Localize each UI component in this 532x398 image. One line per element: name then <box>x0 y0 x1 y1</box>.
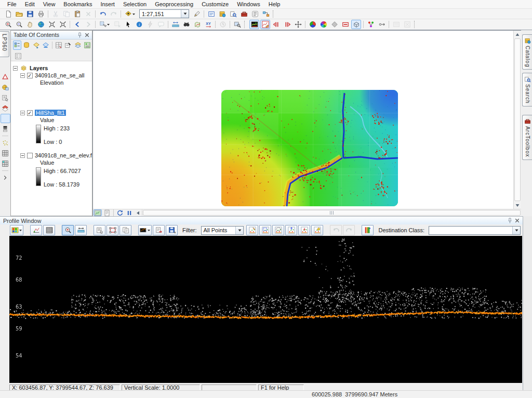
menu-geoprocessing[interactable]: Geoprocessing <box>151 1 197 8</box>
profile-plot-canvas[interactable] <box>9 236 522 383</box>
lp360-color-ramp-tool[interactable] <box>1 124 10 134</box>
pw-classify-below-tool[interactable] <box>298 225 310 235</box>
pw-zoom-tool[interactable] <box>62 225 74 235</box>
pause-drawing-button[interactable] <box>125 209 134 216</box>
menu-help[interactable]: Help <box>264 1 285 8</box>
pw-classify-above-tool[interactable] <box>285 225 297 235</box>
lp360-point-symbology-tool[interactable] <box>1 138 10 148</box>
combo-dropdown-icon[interactable] <box>235 227 243 234</box>
full-extent-button[interactable] <box>36 20 46 29</box>
pw-grid-toggle-button[interactable] <box>43 225 55 235</box>
search-tab[interactable]: Search <box>522 73 532 107</box>
find-button[interactable] <box>181 20 191 29</box>
find-route-button[interactable] <box>192 20 202 29</box>
pw-extract-button[interactable] <box>107 225 118 235</box>
menu-bookmarks[interactable]: Bookmarks <box>59 1 96 8</box>
go-to-xy-button[interactable]: XY <box>203 20 213 29</box>
lp360-active-tool[interactable] <box>1 114 10 123</box>
viewer-window-button[interactable] <box>232 20 242 29</box>
layer-name[interactable]: 34091c8_ne_se_elev.flt <box>35 152 92 158</box>
lp360-tin-tool[interactable] <box>1 72 10 82</box>
close-icon[interactable] <box>513 217 521 224</box>
add-data-button[interactable] <box>123 9 137 19</box>
expander-icon[interactable] <box>20 153 25 158</box>
refresh-view-button[interactable] <box>116 209 124 216</box>
pin-icon[interactable] <box>76 31 83 38</box>
zoom-in-tool[interactable] <box>3 20 13 29</box>
lp360-dock-tab[interactable]: LP360 <box>0 31 9 57</box>
pw-classify-brush-tool[interactable] <box>311 225 323 235</box>
scroll-left-icon[interactable] <box>134 209 142 216</box>
map-scale-combo[interactable]: 1:27,151 <box>139 9 189 18</box>
destination-class-combo[interactable] <box>429 226 521 235</box>
map-raster-canvas[interactable] <box>221 90 398 206</box>
pw-properties-button[interactable] <box>94 225 105 235</box>
pw-fit-profile-button[interactable] <box>30 225 42 235</box>
lp360-display-options-button[interactable] <box>249 20 259 29</box>
list-by-selection-button[interactable] <box>42 41 50 50</box>
layers-group-label[interactable]: Layers <box>30 65 48 71</box>
python-button[interactable] <box>250 9 260 19</box>
pw-display-options-button[interactable] <box>10 225 23 235</box>
expander-icon[interactable] <box>20 73 25 78</box>
menu-edit[interactable]: Edit <box>21 1 39 8</box>
left-dock-overflow[interactable] <box>1 173 10 182</box>
horizontal-scrollbar-thumb[interactable] <box>143 210 521 216</box>
fixed-zoom-out-button[interactable] <box>58 20 68 29</box>
fixed-zoom-in-button[interactable] <box>47 20 57 29</box>
pw-classify-line-tool[interactable] <box>246 225 258 235</box>
menu-file[interactable]: File <box>3 1 21 8</box>
menu-windows[interactable]: Windows <box>233 1 264 8</box>
list-by-visibility-button[interactable] <box>32 41 41 50</box>
undo-button[interactable] <box>98 9 108 19</box>
lp360-3d-viewer-button[interactable] <box>308 20 317 29</box>
lp360-surface-button[interactable] <box>329 20 339 29</box>
lp360-properties-tool[interactable] <box>1 93 10 102</box>
layer-name-selected[interactable]: HillSha_flt1 <box>35 110 66 116</box>
pw-measure-tool[interactable] <box>75 225 87 235</box>
editor-toolbar-button[interactable] <box>192 9 202 19</box>
lp360-classify-button[interactable] <box>366 20 376 29</box>
catalog-tab[interactable]: Catalog <box>522 34 532 70</box>
select-elements-tool[interactable] <box>123 20 133 29</box>
lp360-previous-profile-button[interactable] <box>271 20 281 29</box>
catalog-button[interactable] <box>217 9 227 19</box>
toc-options-button[interactable] <box>13 51 23 61</box>
arctoolbox-tab[interactable]: ArcToolbox <box>522 115 532 160</box>
arctoolbox-button[interactable] <box>239 9 249 19</box>
identify-tool[interactable]: i <box>134 20 144 29</box>
toc-legend-button[interactable] <box>83 41 91 50</box>
lp360-export-button[interactable] <box>377 20 387 29</box>
scroll-down-icon[interactable] <box>514 201 521 209</box>
paste-button[interactable] <box>72 9 82 19</box>
list-by-source-button[interactable] <box>22 41 31 50</box>
open-map-button[interactable] <box>14 9 24 19</box>
combo-dropdown-icon[interactable] <box>512 227 520 234</box>
lp360-color-options-button[interactable] <box>318 20 328 29</box>
menu-customize[interactable]: Customize <box>197 1 233 8</box>
lp360-live-view-button[interactable] <box>351 20 361 29</box>
scroll-up-icon[interactable] <box>514 31 521 38</box>
pw-copy-button[interactable] <box>119 225 131 235</box>
layer-checkbox-checked[interactable] <box>27 110 33 116</box>
pw-export-button[interactable] <box>153 225 165 235</box>
vertical-scrollbar[interactable] <box>513 31 521 209</box>
vertical-scrollbar-thumb[interactable] <box>514 38 521 201</box>
profile-plot-area[interactable] <box>9 236 522 383</box>
lp360-profile-edit-tool[interactable] <box>260 20 270 29</box>
layout-view-button[interactable] <box>103 209 111 216</box>
layer-name[interactable]: 34091c8_ne_se_all <box>35 72 84 78</box>
pw-classify-polygon-tool[interactable] <box>259 225 271 235</box>
back-extent-button[interactable] <box>72 20 82 29</box>
combo-dropdown-icon[interactable] <box>181 10 189 18</box>
pw-point-display-button[interactable] <box>138 225 152 235</box>
select-features-tool[interactable] <box>98 20 111 29</box>
menu-insert[interactable]: Insert <box>96 1 119 8</box>
list-by-drawing-order-button[interactable] <box>13 41 21 50</box>
measure-tool[interactable] <box>170 20 180 29</box>
lp360-recenter-button[interactable] <box>293 20 303 29</box>
close-icon[interactable] <box>83 31 90 38</box>
save-map-button[interactable] <box>25 9 35 19</box>
pin-icon[interactable] <box>506 217 513 224</box>
lp360-add-features-tool[interactable] <box>1 103 10 113</box>
